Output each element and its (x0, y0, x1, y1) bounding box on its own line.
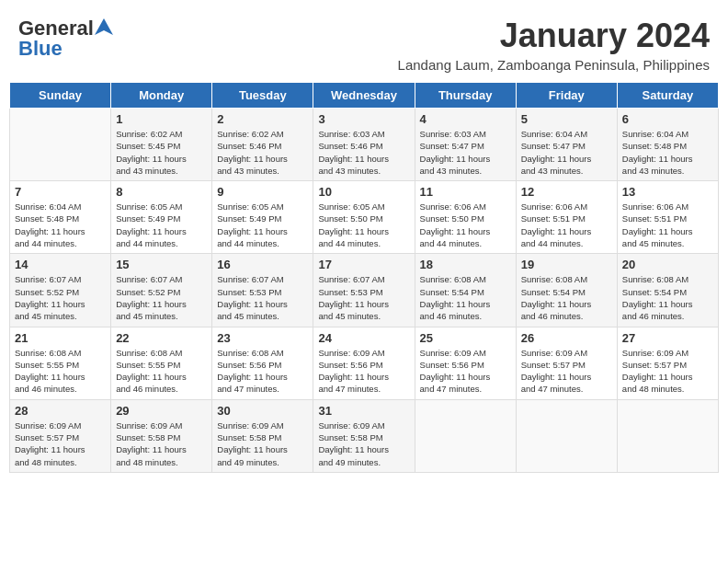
day-header-monday: Monday (111, 83, 212, 109)
table-row: 20Sunrise: 6:08 AM Sunset: 5:54 PM Dayli… (617, 254, 718, 327)
title-area: January 2024 Landang Laum, Zamboanga Pen… (398, 17, 710, 73)
day-number: 17 (318, 258, 409, 271)
day-info: Sunrise: 6:04 AM Sunset: 5:48 PM Dayligh… (15, 201, 106, 249)
day-info: Sunrise: 6:04 AM Sunset: 5:48 PM Dayligh… (622, 128, 713, 177)
header: General Blue January 2024 Landang Laum, … (9, 9, 719, 76)
day-number: 5 (521, 112, 612, 126)
table-row: 25Sunrise: 6:09 AM Sunset: 5:56 PM Dayli… (415, 327, 516, 399)
day-info: Sunrise: 6:08 AM Sunset: 5:55 PM Dayligh… (15, 347, 106, 396)
table-row: 26Sunrise: 6:09 AM Sunset: 5:57 PM Dayli… (516, 327, 617, 399)
day-info: Sunrise: 6:09 AM Sunset: 5:56 PM Dayligh… (420, 347, 511, 396)
day-info: Sunrise: 6:07 AM Sunset: 5:52 PM Dayligh… (15, 273, 106, 322)
day-number: 16 (217, 258, 308, 271)
day-number: 25 (420, 331, 511, 345)
table-row: 12Sunrise: 6:06 AM Sunset: 5:51 PM Dayli… (516, 181, 617, 254)
table-row: 15Sunrise: 6:07 AM Sunset: 5:52 PM Dayli… (111, 254, 212, 327)
week-row-5: 28Sunrise: 6:09 AM Sunset: 5:57 PM Dayli… (10, 399, 719, 472)
table-row (10, 109, 111, 181)
table-row: 13Sunrise: 6:06 AM Sunset: 5:51 PM Dayli… (617, 181, 718, 254)
table-row: 29Sunrise: 6:09 AM Sunset: 5:58 PM Dayli… (111, 399, 212, 472)
day-number: 28 (15, 404, 106, 418)
table-row: 18Sunrise: 6:08 AM Sunset: 5:54 PM Dayli… (415, 254, 516, 327)
day-info: Sunrise: 6:07 AM Sunset: 5:53 PM Dayligh… (217, 273, 308, 322)
logo-blue: Blue (18, 37, 63, 61)
day-number: 30 (217, 404, 308, 418)
day-number: 15 (116, 258, 207, 271)
table-row: 11Sunrise: 6:06 AM Sunset: 5:50 PM Dayli… (415, 181, 516, 254)
day-info: Sunrise: 6:07 AM Sunset: 5:53 PM Dayligh… (318, 273, 409, 322)
table-row: 21Sunrise: 6:08 AM Sunset: 5:55 PM Dayli… (10, 327, 111, 399)
day-number: 23 (217, 331, 308, 345)
table-row: 9Sunrise: 6:05 AM Sunset: 5:49 PM Daylig… (212, 181, 313, 254)
day-header-thursday: Thursday (415, 83, 516, 109)
day-info: Sunrise: 6:09 AM Sunset: 5:56 PM Dayligh… (318, 347, 409, 396)
day-header-tuesday: Tuesday (212, 83, 313, 109)
week-row-4: 21Sunrise: 6:08 AM Sunset: 5:55 PM Dayli… (10, 327, 719, 399)
day-number: 20 (622, 258, 713, 271)
calendar-header-row: SundayMondayTuesdayWednesdayThursdayFrid… (10, 83, 719, 109)
table-row: 24Sunrise: 6:09 AM Sunset: 5:56 PM Dayli… (313, 327, 415, 399)
table-row: 23Sunrise: 6:08 AM Sunset: 5:56 PM Dayli… (212, 327, 313, 399)
day-number: 10 (318, 185, 409, 199)
day-info: Sunrise: 6:06 AM Sunset: 5:50 PM Dayligh… (420, 201, 511, 249)
day-info: Sunrise: 6:03 AM Sunset: 5:47 PM Dayligh… (420, 128, 511, 177)
day-number: 31 (318, 404, 409, 418)
table-row: 27Sunrise: 6:09 AM Sunset: 5:57 PM Dayli… (617, 327, 718, 399)
week-row-2: 7Sunrise: 6:04 AM Sunset: 5:48 PM Daylig… (10, 181, 719, 254)
day-number: 4 (420, 112, 511, 126)
day-info: Sunrise: 6:05 AM Sunset: 5:49 PM Dayligh… (116, 201, 207, 249)
week-row-3: 14Sunrise: 6:07 AM Sunset: 5:52 PM Dayli… (10, 254, 719, 327)
day-info: Sunrise: 6:02 AM Sunset: 5:46 PM Dayligh… (217, 128, 308, 177)
day-info: Sunrise: 6:02 AM Sunset: 5:45 PM Dayligh… (116, 128, 207, 177)
table-row: 22Sunrise: 6:08 AM Sunset: 5:55 PM Dayli… (111, 327, 212, 399)
logo-bird-icon (95, 18, 113, 39)
day-number: 3 (318, 112, 409, 126)
day-info: Sunrise: 6:09 AM Sunset: 5:58 PM Dayligh… (318, 419, 409, 468)
table-row (516, 399, 617, 472)
logo: General Blue (18, 17, 114, 61)
week-row-1: 1Sunrise: 6:02 AM Sunset: 5:45 PM Daylig… (10, 109, 719, 181)
table-row (415, 399, 516, 472)
table-row: 10Sunrise: 6:05 AM Sunset: 5:50 PM Dayli… (313, 181, 415, 254)
table-row: 14Sunrise: 6:07 AM Sunset: 5:52 PM Dayli… (10, 254, 111, 327)
table-row: 30Sunrise: 6:09 AM Sunset: 5:58 PM Dayli… (212, 399, 313, 472)
day-number: 21 (15, 331, 106, 345)
day-number: 9 (217, 185, 308, 199)
day-number: 8 (116, 185, 207, 199)
day-header-wednesday: Wednesday (313, 83, 415, 109)
day-number: 2 (217, 112, 308, 126)
day-number: 1 (116, 112, 207, 126)
day-info: Sunrise: 6:06 AM Sunset: 5:51 PM Dayligh… (622, 201, 713, 249)
table-row: 3Sunrise: 6:03 AM Sunset: 5:46 PM Daylig… (313, 109, 415, 181)
day-number: 14 (15, 258, 106, 271)
day-number: 29 (116, 404, 207, 418)
day-number: 13 (622, 185, 713, 199)
day-info: Sunrise: 6:05 AM Sunset: 5:50 PM Dayligh… (318, 201, 409, 249)
day-number: 24 (318, 331, 409, 345)
day-info: Sunrise: 6:09 AM Sunset: 5:58 PM Dayligh… (217, 419, 308, 468)
table-row: 5Sunrise: 6:04 AM Sunset: 5:47 PM Daylig… (516, 109, 617, 181)
table-row: 6Sunrise: 6:04 AM Sunset: 5:48 PM Daylig… (617, 109, 718, 181)
table-row: 28Sunrise: 6:09 AM Sunset: 5:57 PM Dayli… (10, 399, 111, 472)
day-number: 12 (521, 185, 612, 199)
day-info: Sunrise: 6:09 AM Sunset: 5:57 PM Dayligh… (521, 347, 612, 396)
day-info: Sunrise: 6:08 AM Sunset: 5:54 PM Dayligh… (521, 273, 612, 322)
day-info: Sunrise: 6:06 AM Sunset: 5:51 PM Dayligh… (521, 201, 612, 249)
day-info: Sunrise: 6:05 AM Sunset: 5:49 PM Dayligh… (217, 201, 308, 249)
day-info: Sunrise: 6:08 AM Sunset: 5:56 PM Dayligh… (217, 347, 308, 396)
day-number: 11 (420, 185, 511, 199)
day-info: Sunrise: 6:09 AM Sunset: 5:57 PM Dayligh… (15, 419, 106, 468)
calendar-table: SundayMondayTuesdayWednesdayThursdayFrid… (9, 82, 719, 473)
day-number: 22 (116, 331, 207, 345)
day-info: Sunrise: 6:08 AM Sunset: 5:54 PM Dayligh… (420, 273, 511, 322)
table-row: 4Sunrise: 6:03 AM Sunset: 5:47 PM Daylig… (415, 109, 516, 181)
day-info: Sunrise: 6:07 AM Sunset: 5:52 PM Dayligh… (116, 273, 207, 322)
day-number: 6 (622, 112, 713, 126)
day-info: Sunrise: 6:04 AM Sunset: 5:47 PM Dayligh… (521, 128, 612, 177)
day-header-saturday: Saturday (617, 83, 718, 109)
day-info: Sunrise: 6:09 AM Sunset: 5:57 PM Dayligh… (622, 347, 713, 396)
table-row: 8Sunrise: 6:05 AM Sunset: 5:49 PM Daylig… (111, 181, 212, 254)
table-row: 2Sunrise: 6:02 AM Sunset: 5:46 PM Daylig… (212, 109, 313, 181)
table-row: 7Sunrise: 6:04 AM Sunset: 5:48 PM Daylig… (10, 181, 111, 254)
day-number: 18 (420, 258, 511, 271)
